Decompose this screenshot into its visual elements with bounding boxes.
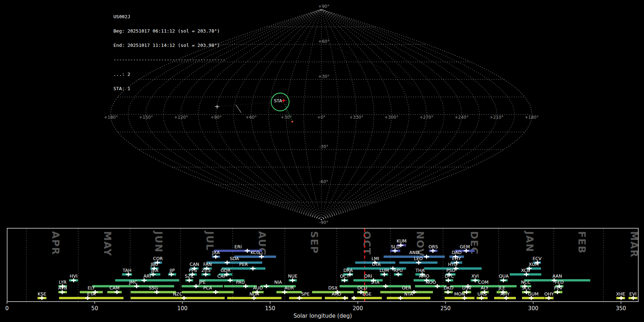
shower-code-label: KCG (250, 250, 260, 255)
shower-code-label: ELY (88, 285, 95, 291)
shower-code-label: KUM (397, 238, 407, 244)
map-latitude-label: -60° (319, 179, 328, 184)
shower-bar-NTA (387, 297, 430, 299)
shower-code-label: JEA (151, 268, 159, 273)
radiant-map-and-activity-figure: +180°+150°+120°+90°+60°+30°+0°+330°+300°… (0, 0, 644, 322)
month-label: JAN (524, 230, 535, 253)
shower-peak-marker-JMC (134, 284, 139, 288)
map-longitude-label: +60° (245, 115, 257, 120)
map-latitude-label: +90° (318, 4, 329, 9)
shower-code-label: LEO (414, 256, 423, 261)
shower-code-label: AVB (58, 285, 67, 291)
shower-bar-SDA (206, 262, 262, 264)
map-meridian (128, 9, 321, 220)
shower-code-label: LYR (59, 279, 67, 285)
month-label: JUN (153, 230, 164, 253)
shower-peak-marker-STA (383, 284, 388, 288)
shower-code-label: OHY (544, 291, 554, 297)
x-axis-title: Solar longitude (deg) (293, 313, 352, 319)
shower-peak-marker-AVB (60, 290, 65, 294)
shower-peak-marker-LEO (416, 261, 421, 265)
shower-bar-KCG (234, 255, 276, 258)
shower-code-label: PAU (236, 279, 245, 285)
map-meridian (181, 9, 321, 220)
shower-peak-marker-AHY (504, 296, 509, 300)
shower-code-label: DSV (462, 285, 472, 291)
x-axis-tick-label: 250 (440, 305, 451, 312)
shower-peak-marker-XHE (619, 296, 624, 300)
shower-peak-marker-XVI (473, 278, 478, 282)
shower-code-label: NTA (404, 291, 413, 297)
shower-peak-marker-OHY (546, 296, 551, 300)
shower-code-label: KSE (38, 291, 46, 297)
shower-peak-marker-EGE (351, 296, 356, 300)
shower-peak-marker-NTA (398, 296, 403, 300)
shower-code-label: JIP (169, 268, 175, 273)
shower-code-label: OER (402, 285, 411, 291)
x-axis-tick-label: 350 (616, 305, 626, 312)
shower-code-label: NZC (173, 291, 182, 297)
shower-bar-EGE (352, 297, 382, 299)
x-axis-tick-label: 150 (265, 305, 275, 312)
shower-code-label: NIA (274, 279, 282, 285)
shower-code-label: COM (478, 279, 488, 285)
shower-code-label: STA (371, 279, 380, 285)
shower-code-label: THA (415, 268, 425, 273)
shower-peak-marker-QUA (501, 278, 506, 282)
faint-dotted-trail (336, 48, 416, 87)
shower-code-label: CAM (109, 285, 119, 291)
shower-code-label: CAN (190, 262, 199, 267)
shower-code-label: SLD (391, 244, 400, 249)
shower-peak-marker-ORS (430, 249, 435, 253)
shower-peak-marker-NOO (435, 284, 440, 288)
shower-code-label: ORS (429, 244, 438, 249)
map-longitude-label: +180° (525, 115, 539, 120)
x-axis-tick-label: 300 (528, 305, 538, 312)
shower-code-label: XHE (616, 291, 625, 297)
meteor-cross-marker (215, 105, 219, 108)
shower-code-label: COR (153, 256, 163, 261)
month-label: APR (50, 231, 61, 255)
shower-code-label: OCT (340, 273, 350, 279)
shower-peak-marker-JPE (194, 284, 199, 288)
meteor-streak (236, 105, 241, 113)
shower-code-label: ECV (532, 256, 542, 261)
shower-code-label: DAD (452, 250, 462, 255)
shower-code-label: ARI (143, 273, 151, 279)
shower-bar-PCA (182, 291, 234, 293)
shower-code-label: XCB (521, 268, 530, 273)
x-axis-tick-label: 50 (91, 305, 98, 312)
shower-code-label: EHY (452, 256, 461, 261)
shower-bar-MON (445, 297, 474, 299)
shower-peak-marker-SZC (187, 278, 192, 282)
shower-peak-marker-SLD (392, 249, 397, 253)
shower-code-label: SZC (185, 273, 194, 279)
shower-code-label: SCC (522, 285, 531, 291)
shower-code-label: ERI (234, 244, 241, 249)
shower-code-label: ARD (332, 291, 341, 297)
shower-peak-marker-JEA (151, 273, 156, 277)
shower-code-label: RPU (394, 268, 402, 273)
shower-peak-marker-JXA (213, 255, 218, 259)
shower-peak-marker-MON (462, 296, 467, 300)
shower-peak-marker-PCA (213, 290, 218, 294)
chart-frame (7, 228, 638, 302)
radiant-shower-code: STA (274, 98, 282, 103)
shower-code-label: HYD (448, 262, 458, 267)
shower-peak-marker-SDA (225, 261, 230, 265)
shower-code-label: DPC (445, 273, 454, 279)
map-longitude-label: +0° (317, 115, 326, 120)
shower-peak-marker-NIA (264, 284, 269, 288)
shower-code-label: SPE (301, 291, 309, 297)
shower-peak-marker-ARI (142, 278, 147, 282)
screenshot-root: US002J Beg: 20251017 06:11:12 (sol = 203… (0, 0, 644, 322)
shower-bar-PAU (224, 285, 257, 287)
map-longitude-label: +330° (350, 115, 364, 120)
radiant-center-cross (282, 99, 286, 102)
shower-peak-marker-LUM (382, 273, 387, 277)
map-longitude-label: +180° (104, 115, 118, 120)
shower-bar-SPE (289, 297, 322, 299)
shower-code-label: ZCS (201, 268, 210, 273)
shower-peak-marker-SSG (154, 290, 159, 294)
shower-code-label: SDA (230, 256, 239, 261)
